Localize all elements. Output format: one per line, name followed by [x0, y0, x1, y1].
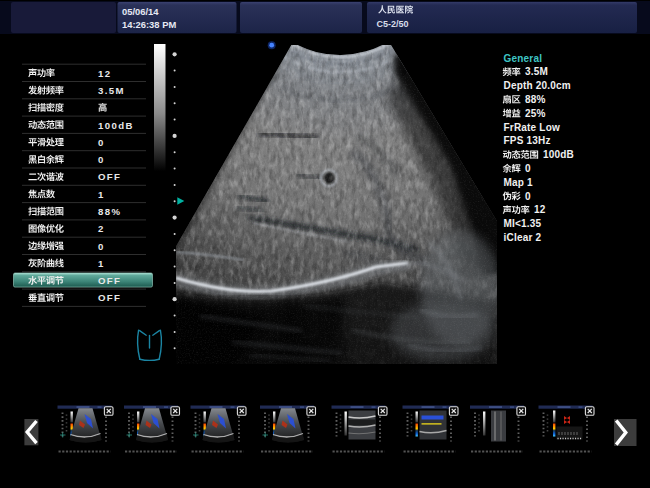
svg-text:1: 1	[98, 189, 105, 200]
svg-text:FrRate Low: FrRate Low	[504, 122, 560, 133]
svg-text:3.5M: 3.5M	[98, 85, 125, 96]
svg-text:1: 1	[98, 258, 105, 269]
svg-text:100dB: 100dB	[543, 149, 574, 160]
svg-text:0: 0	[525, 191, 531, 202]
svg-text:12: 12	[534, 204, 546, 215]
svg-text:100dB: 100dB	[98, 120, 134, 131]
svg-text:3.5M: 3.5M	[525, 66, 548, 77]
svg-text:0: 0	[98, 241, 105, 252]
svg-text:25%: 25%	[525, 108, 546, 119]
svg-text:General: General	[504, 53, 543, 64]
svg-text:0: 0	[98, 154, 105, 165]
svg-text:FPS 13Hz: FPS 13Hz	[504, 135, 551, 146]
svg-text:2: 2	[98, 223, 105, 234]
svg-text:0: 0	[525, 163, 531, 174]
svg-text:C5-2/50: C5-2/50	[377, 19, 409, 29]
svg-text:OFF: OFF	[98, 171, 121, 182]
svg-text:iClear 2: iClear 2	[504, 232, 542, 243]
svg-text:Map 1: Map 1	[504, 177, 534, 188]
svg-text:88%: 88%	[525, 94, 546, 105]
svg-text:14:26:38 PM: 14:26:38 PM	[122, 19, 176, 30]
svg-text:05/06/14: 05/06/14	[122, 6, 159, 17]
svg-text:12: 12	[98, 68, 111, 79]
svg-text:0: 0	[98, 137, 105, 148]
svg-text:MI<1.35: MI<1.35	[504, 218, 542, 229]
svg-text:88%: 88%	[98, 206, 121, 217]
svg-text:OFF: OFF	[98, 292, 121, 303]
svg-text:Depth 20.0cm: Depth 20.0cm	[504, 80, 571, 91]
svg-text:OFF: OFF	[98, 275, 121, 286]
